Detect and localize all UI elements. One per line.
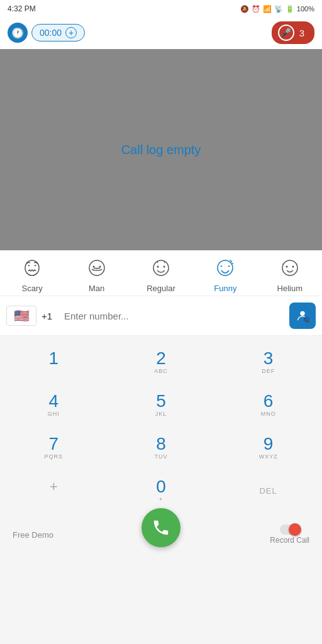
mic-icon: 🎤 <box>278 25 294 41</box>
dialpad-row-3: 7 PQRS 8 TUV 9 WXYZ <box>0 428 322 468</box>
tab-man-label: Man <box>89 284 104 293</box>
contact-button[interactable]: 📞 <box>289 303 316 329</box>
call-log-empty-text: Call log empty <box>121 143 201 157</box>
battery-percent: 100% <box>297 5 314 13</box>
svg-point-1 <box>92 266 94 268</box>
helium-icon <box>280 258 300 281</box>
key-0[interactable]: 0 + <box>123 470 199 511</box>
status-bar: 4:32 PM 🔕 ⏰ 📶 📡 🔋 100% <box>0 0 322 18</box>
free-demo-label: Free Demo <box>13 530 53 540</box>
record-section: Record Call <box>270 525 309 545</box>
svg-point-2 <box>99 266 101 268</box>
call-log-area: Call log empty <box>0 49 322 250</box>
time-display: 4:32 PM <box>8 4 36 13</box>
status-time: 4:32 PM <box>8 4 36 13</box>
phone-input-row: 🇺🇸 +1 📞 <box>0 296 322 336</box>
status-icons: 🔕 ⏰ 📶 📡 🔋 100% <box>240 5 314 13</box>
dialpad-row-2: 4 GHI 5 JKL 6 MNO <box>0 385 322 425</box>
alarm-icon: ⏰ <box>252 5 260 13</box>
scary-icon <box>22 258 42 281</box>
timer-icon: 🕐 <box>8 23 28 43</box>
wifi-icon: 📡 <box>274 5 283 13</box>
tab-regular[interactable]: Regular <box>136 258 186 293</box>
flag-button[interactable]: 🇺🇸 <box>6 306 36 326</box>
phone-number-input[interactable] <box>64 311 284 321</box>
tab-helium-label: Helium <box>277 284 303 293</box>
tab-funny-label: Funny <box>214 284 236 293</box>
timer-plus-button[interactable]: + <box>65 27 77 38</box>
key-del[interactable]: DEL <box>231 470 306 511</box>
tab-regular-label: Regular <box>147 284 175 293</box>
mic-section: 🎤 3 <box>272 21 314 44</box>
key-3[interactable]: 3 DEF <box>231 342 306 382</box>
toggle-track <box>280 525 300 535</box>
svg-point-3 <box>153 260 169 275</box>
key-4[interactable]: 4 GHI <box>16 385 91 425</box>
record-toggle[interactable] <box>280 525 300 535</box>
timer-section: 🕐 00:00 + <box>8 23 85 43</box>
bottom-bar: Free Demo Record Call <box>0 519 322 555</box>
svg-point-8 <box>286 266 287 268</box>
tab-scary-label: Scary <box>22 284 43 293</box>
timer-value: 00:00 <box>40 28 62 38</box>
key-6[interactable]: 6 MNO <box>231 385 306 425</box>
tab-helium[interactable]: Helium <box>265 258 315 293</box>
tab-scary[interactable]: Scary <box>7 258 57 293</box>
key-9[interactable]: 9 WXYZ <box>231 428 306 468</box>
svg-point-0 <box>89 260 104 275</box>
svg-point-5 <box>163 266 165 268</box>
toggle-thumb <box>289 523 301 536</box>
dialpad-row-4: + 0 + DEL <box>0 470 322 511</box>
funny-icon <box>215 258 235 281</box>
key-5[interactable]: 5 JKL <box>123 385 199 425</box>
signal-icon: 📶 <box>263 5 272 13</box>
regular-icon <box>151 258 171 281</box>
key-1[interactable]: 1 <box>16 342 91 382</box>
call-icon <box>152 518 170 537</box>
call-button[interactable] <box>142 508 180 547</box>
timer-display[interactable]: 00:00 + <box>31 24 85 42</box>
svg-point-7 <box>282 260 297 275</box>
mic-count: 3 <box>299 28 304 38</box>
contact-icon: 📞 <box>296 309 309 323</box>
svg-point-9 <box>292 266 294 268</box>
svg-point-4 <box>157 266 158 268</box>
tab-man[interactable]: Man <box>72 258 122 293</box>
top-controls: 🕐 00:00 + 🎤 3 <box>0 18 322 49</box>
svg-text:📞: 📞 <box>304 317 309 323</box>
svg-point-10 <box>300 311 304 316</box>
tab-funny[interactable]: Funny <box>200 258 250 293</box>
country-code: +1 <box>42 311 59 321</box>
battery-icon: 🔋 <box>286 5 294 13</box>
key-7[interactable]: 7 PQRS <box>16 428 91 468</box>
voice-tabs: Scary Man Regular <box>0 250 322 296</box>
man-icon <box>87 258 107 281</box>
key-8[interactable]: 8 TUV <box>123 428 199 468</box>
dialpad: 1 2 ABC 3 DEF 4 GHI 5 JKL 6 MNO 7 PQRS <box>0 336 322 519</box>
key-plus[interactable]: + <box>16 470 91 511</box>
key-2[interactable]: 2 ABC <box>123 342 199 382</box>
mic-badge[interactable]: 🎤 3 <box>272 21 314 44</box>
silent-icon: 🔕 <box>240 5 249 13</box>
record-call-label: Record Call <box>270 536 309 545</box>
dialpad-row-1: 1 2 ABC 3 DEF <box>0 342 322 382</box>
